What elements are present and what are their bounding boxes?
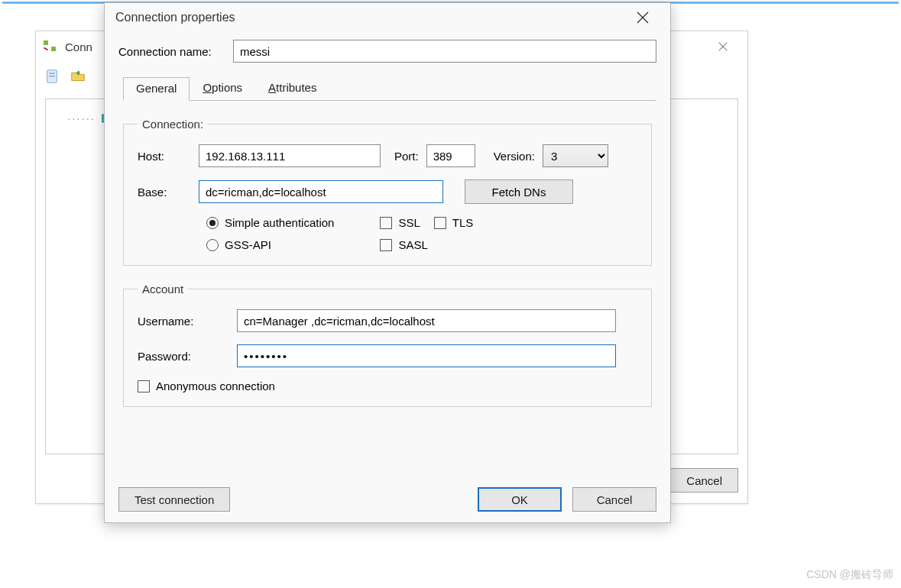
connection-group: Connection: Host: Port: Version: 3 Base:…	[123, 118, 652, 266]
host-input[interactable]	[199, 144, 381, 167]
sasl-checkbox[interactable]: SASL	[380, 238, 473, 251]
close-icon	[637, 11, 649, 24]
open-folder-icon[interactable]	[70, 68, 86, 85]
tab-attributes[interactable]: Attributes	[255, 76, 329, 100]
parent-close-button[interactable]	[706, 36, 740, 57]
account-group: Account Username: Password: Anonymous co…	[123, 283, 652, 407]
host-label: Host:	[138, 150, 191, 163]
ssl-checkbox[interactable]: SSL	[380, 216, 420, 229]
simple-auth-label: Simple authentication	[225, 216, 334, 229]
dialog-title: Connection properties	[115, 11, 235, 24]
username-input[interactable]	[237, 309, 616, 332]
svg-rect-4	[49, 76, 54, 76]
auth-options: Simple authentication GSS-API SSL	[206, 216, 637, 251]
cancel-button[interactable]: Cancel	[572, 487, 656, 512]
fetch-dns-button[interactable]: Fetch DNs	[465, 179, 573, 204]
parent-title: Conn	[65, 40, 92, 53]
username-row: Username:	[138, 309, 637, 332]
anonymous-label: Anonymous connection	[156, 380, 275, 393]
checkbox-icon	[138, 380, 150, 393]
port-label: Port:	[394, 150, 419, 163]
base-label: Base:	[138, 186, 191, 199]
connection-name-input[interactable]	[233, 40, 656, 63]
parent-buttons: Cancel	[670, 468, 738, 493]
sasl-label: SASL	[398, 238, 427, 251]
tab-options[interactable]: Options	[190, 76, 255, 100]
connection-properties-dialog: Connection properties Connection name: G…	[104, 2, 671, 523]
ssl-label: SSL	[398, 216, 420, 229]
ok-button[interactable]: OK	[478, 487, 562, 512]
svg-rect-3	[49, 73, 54, 73]
base-input[interactable]	[199, 180, 443, 203]
tab-general[interactable]: General	[123, 77, 190, 101]
password-row: Password:	[138, 344, 637, 367]
checkbox-icon	[380, 239, 392, 251]
port-input[interactable]	[426, 144, 475, 167]
dialog-titlebar: Connection properties	[105, 3, 670, 32]
password-input[interactable]	[237, 344, 616, 367]
test-connection-button[interactable]: Test connection	[118, 487, 230, 512]
host-port-row: Host: Port: Version: 3	[138, 144, 637, 167]
gss-api-label: GSS-API	[225, 238, 271, 251]
anonymous-checkbox[interactable]: Anonymous connection	[138, 380, 637, 393]
document-icon[interactable]	[44, 68, 60, 85]
base-row: Base: Fetch DNs	[138, 179, 637, 204]
close-icon	[718, 41, 728, 52]
account-legend: Account	[138, 283, 188, 296]
radio-checked-icon	[206, 217, 219, 229]
version-select[interactable]: 3	[543, 144, 608, 167]
radio-unchecked-icon	[206, 239, 219, 251]
tls-checkbox[interactable]: TLS	[434, 216, 474, 229]
parent-cancel-button[interactable]: Cancel	[670, 468, 738, 493]
username-label: Username:	[138, 315, 229, 328]
app-icon	[44, 40, 59, 53]
dialog-close-button[interactable]	[626, 7, 660, 28]
dialog-footer: Test connection OK Cancel	[118, 487, 656, 512]
connection-name-row: Connection name:	[118, 40, 656, 63]
checkbox-icon	[380, 217, 392, 229]
tree-dots-icon: ······	[67, 111, 96, 124]
dialog-body: Connection name: General Options Attribu…	[105, 40, 670, 424]
connection-name-label: Connection name:	[118, 45, 233, 58]
tab-bar: General Options Attributes	[123, 76, 656, 101]
checkbox-icon	[434, 217, 446, 229]
watermark: CSDN @搬砖导师	[806, 568, 893, 582]
tls-label: TLS	[452, 216, 474, 229]
gss-api-radio[interactable]: GSS-API	[206, 238, 334, 251]
version-label: Version:	[494, 150, 535, 163]
password-label: Password:	[138, 350, 229, 363]
connection-legend: Connection:	[138, 118, 208, 131]
simple-auth-radio[interactable]: Simple authentication	[206, 216, 334, 229]
